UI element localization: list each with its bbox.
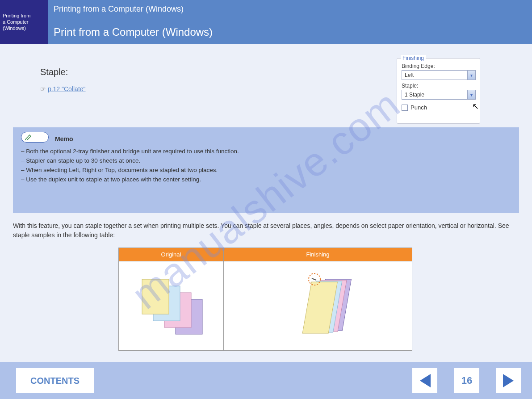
brand-line-3: (Windows)	[0, 25, 48, 31]
main-content: Staple: ☞ p.12 "Collate"	[40, 67, 389, 92]
finishing-table: Original Finishing	[118, 248, 412, 351]
binding-edge-select[interactable]: Left ▾	[402, 70, 476, 80]
memo-body: Both the optional 2-tray finisher and br…	[21, 147, 511, 185]
finishing-stack-icon	[273, 270, 363, 342]
next-page-button[interactable]	[496, 368, 521, 393]
svg-marker-10	[420, 374, 431, 387]
page-number: 16	[454, 368, 479, 393]
svg-marker-11	[503, 374, 514, 387]
punch-checkbox[interactable]	[402, 105, 408, 111]
punch-label: Punch	[411, 104, 427, 111]
original-cell	[119, 261, 224, 351]
punch-checkbox-row[interactable]: Punch	[402, 104, 475, 111]
col-finishing: Finishing	[224, 248, 412, 261]
svg-line-9	[312, 278, 316, 280]
memo-pill	[21, 132, 49, 143]
table-header-row: Original Finishing	[119, 248, 412, 261]
brand-line-2: a Computer	[0, 19, 48, 25]
cross-reference: ☞ p.12 "Collate"	[40, 85, 389, 92]
staple-label: Staple:	[402, 83, 475, 89]
arrow-right-icon	[501, 373, 516, 388]
page-title: Print from a Computer (Windows)	[54, 26, 213, 38]
pencil-icon	[25, 134, 32, 140]
section-heading-staple: Staple:	[40, 67, 389, 77]
staple-paragraph: With this feature, you can staple togeth…	[13, 221, 519, 240]
memo-item: Use the duplex unit to staple at two pla…	[21, 175, 511, 185]
header-breadcrumb: Printing from a Computer (Windows)	[54, 4, 184, 14]
cursor-icon: ↖	[472, 101, 479, 111]
crossref-link[interactable]: p.12 "Collate"	[48, 85, 86, 92]
brand-line-1: Printing from	[0, 0, 48, 19]
footer-nav: 16	[412, 368, 521, 393]
finishing-cell	[224, 261, 412, 351]
memo-title: Memo	[55, 135, 511, 143]
binding-edge-value: Left	[402, 72, 467, 78]
header-brand-block: Printing from a Computer (Windows)	[0, 0, 48, 44]
arrow-left-icon	[417, 373, 432, 388]
finishing-panel: Finishing Binding Edge: Left ▾ Staple: 1…	[397, 58, 480, 124]
header-bar: Printing from a Computer (Windows) Print…	[0, 0, 532, 44]
memo-item: Both the optional 2-tray finisher and br…	[21, 147, 511, 156]
col-original: Original	[119, 248, 224, 261]
chevron-down-icon: ▾	[467, 71, 475, 80]
footer-bar: CONTENTS 16	[0, 362, 532, 399]
original-stack-icon	[129, 273, 214, 340]
staple-select[interactable]: 1 Staple ▾	[402, 90, 476, 100]
binding-edge-label: Binding Edge:	[402, 63, 475, 69]
chevron-down-icon: ▾	[467, 90, 475, 99]
memo-item: When selecting Left, Right or Top, docum…	[21, 166, 511, 175]
staple-value: 1 Staple	[402, 92, 467, 98]
prev-page-button[interactable]	[412, 368, 437, 393]
memo-box: Memo Both the optional 2-tray finisher a…	[13, 127, 519, 213]
finishing-legend: Finishing	[401, 55, 426, 61]
table-row	[119, 261, 412, 351]
memo-item: Stapler can staple up to 30 sheets at on…	[21, 156, 511, 166]
svg-rect-3	[142, 279, 169, 314]
crossref-prefix: ☞	[40, 85, 46, 92]
contents-button[interactable]: CONTENTS	[16, 368, 94, 393]
